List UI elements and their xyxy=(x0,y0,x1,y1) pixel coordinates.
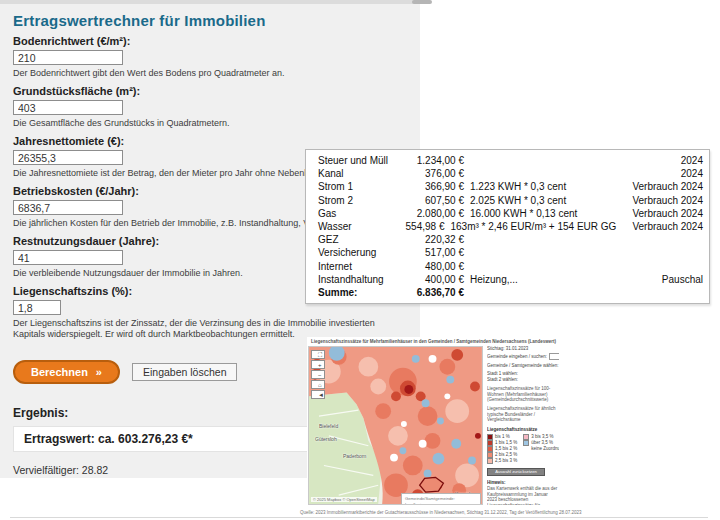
map-search-input[interactable] xyxy=(549,353,559,360)
table-row: Internet 480,00 € xyxy=(318,260,703,273)
cost-source: Pauschal xyxy=(603,273,703,286)
field-input[interactable] xyxy=(13,200,123,215)
stadt2-label[interactable]: Stadt 2 wählen: xyxy=(487,377,559,382)
map-control-button[interactable]: ⌂ xyxy=(311,380,325,389)
page-title: Ertragswertrechner für Immobilien xyxy=(13,12,412,29)
city-label: Gütersloh xyxy=(315,436,337,442)
cost-amount: 2.080,00 € xyxy=(398,207,464,220)
cost-detail xyxy=(464,154,603,167)
cost-detail xyxy=(464,233,603,246)
legend-label: 1 bis 1,5 % xyxy=(495,440,517,445)
map-title: Liegenschaftszinssätze für Mehrfamilienh… xyxy=(307,339,560,344)
table-row: Strom 1 366,90 € 1.223 KWH * 0,3 cent Ve… xyxy=(318,180,703,193)
field-help-text: Der Bodenrichtwert gibt den Wert des Bod… xyxy=(13,68,405,79)
legend-column-left: bis 1 % 1 bis 1,5 % 1,5 bis 2 % xyxy=(487,434,517,464)
legend-item: keine Zuordnung xyxy=(523,446,559,452)
cost-amount: 607,50 € xyxy=(398,194,464,207)
field-input[interactable] xyxy=(13,50,123,65)
table-row: GEZ 220,32 € xyxy=(318,233,703,246)
legend-swatch xyxy=(523,440,529,446)
map-paragraph-1: Liegenschaftszinssätze für 100- Wohnen (… xyxy=(487,386,559,402)
table-row: Strom 2 607,50 € 2.025 KWH * 0,3 cent Ve… xyxy=(318,194,703,207)
note-title: Hinweis: xyxy=(487,480,559,485)
tooltip-line: Landkreis: xyxy=(405,502,477,505)
cost-amount: 480,00 € xyxy=(398,260,464,273)
table-row: Gas 2.080,00 € 16.000 KWH * 0,13 cent Ve… xyxy=(318,207,703,220)
table-row: Versicherung 517,00 € xyxy=(318,246,703,259)
cost-detail: Heizung,... xyxy=(464,273,603,286)
legend-swatch xyxy=(487,458,493,464)
field-input[interactable] xyxy=(13,250,123,265)
cost-name: Gas xyxy=(318,207,398,220)
cost-name: Kanal xyxy=(318,167,398,180)
cost-amount: 366,90 € xyxy=(398,180,464,193)
choropleth-map[interactable]: ⛶ + − ⌂ ◄ Bielefeld Gütersloh Paderb xyxy=(308,346,483,505)
operating-costs-table: Steuer und Müll 1.234,00 € 2024 Kanal 37… xyxy=(305,149,710,304)
field-input[interactable] xyxy=(13,150,123,165)
table-row: Steuer und Müll 1.234,00 € 2024 xyxy=(318,154,703,167)
clear-inputs-button[interactable]: Eingaben löschen xyxy=(132,363,237,381)
legend-title: Liegenschaftszinssätze xyxy=(487,427,559,432)
legend-label: 3 bis 3,5 % xyxy=(531,434,553,439)
map-search-label: Gemeinde eingeben / suchen: xyxy=(487,354,547,359)
cost-source xyxy=(603,246,703,259)
field-input[interactable] xyxy=(13,300,61,315)
cost-source: Verbrauch 2024 xyxy=(603,207,703,220)
legend-label: bis 1 % xyxy=(495,434,510,439)
map-date-line: Stichtag: 31.01.2023 xyxy=(487,346,559,351)
map-reset-button[interactable]: Auswahl zurücksetzen xyxy=(487,468,545,476)
map-control-button[interactable]: ◄ xyxy=(311,390,325,399)
total-label: Summe: xyxy=(318,286,398,299)
form-field-group: Grundstücksfläche (m²): Die Gesamtfläche… xyxy=(13,85,412,129)
map-control-button[interactable]: + xyxy=(311,360,325,369)
double-arrow-icon: » xyxy=(96,366,102,378)
bottom-divider xyxy=(10,517,708,518)
table-row: Kanal 376,00 € 2024 xyxy=(318,167,703,180)
map-attribution: © 2025 Mapbox © OpenStreetMap xyxy=(311,497,377,502)
cost-detail xyxy=(464,246,603,259)
field-label: Bodenrichtwert (€/m²): xyxy=(13,35,412,47)
legend-column-right: 3 bis 3,5 % über 3,5 % keine Zuordnung xyxy=(523,434,559,464)
cost-detail xyxy=(464,260,603,273)
city-label: Bielefeld xyxy=(319,423,338,429)
map-figure: Liegenschaftszinssätze für Mehrfamilienh… xyxy=(307,337,560,508)
table-row: Wasser 554,98 € 163m³ * 2,46 EUR/m³ + 15… xyxy=(318,220,703,233)
cost-source: Verbrauch 2024 xyxy=(603,180,703,193)
field-label: Grundstücksfläche (m²): xyxy=(13,85,412,97)
cost-detail: 16.000 KWH * 0,13 cent xyxy=(464,207,603,220)
map-paragraph-2: Liegenschaftszinssätze für ähnlich typis… xyxy=(487,406,559,422)
field-input[interactable] xyxy=(13,100,123,115)
total-source xyxy=(603,286,703,299)
map-select-label: Gemeinde / Samtgemeinde wählen: xyxy=(487,363,559,368)
legend-label: keine Zuordnung xyxy=(531,446,559,451)
cost-detail: 2.025 KWH * 0,3 cent xyxy=(464,194,603,207)
cost-name: GEZ xyxy=(318,233,398,246)
map-legend: bis 1 % 1 bis 1,5 % 1,5 bis 2 % xyxy=(487,434,559,464)
cost-source: 2024 xyxy=(603,154,703,167)
cost-detail xyxy=(464,167,603,180)
map-control-button[interactable]: ⛶ xyxy=(311,350,325,359)
cost-source xyxy=(603,233,703,246)
calculate-button[interactable]: Berechnen» xyxy=(13,360,120,384)
map-caption: Quelle: 2023 Immobilienmarktberichte der… xyxy=(300,510,570,515)
map-control-button[interactable]: − xyxy=(311,370,325,379)
table-row: Instandhaltung 400,00 € Heizung,... Paus… xyxy=(318,273,703,286)
cost-detail: 1.223 KWH * 0,3 cent xyxy=(464,180,603,193)
table-total-row: Summe: 6.836,70 € xyxy=(318,286,703,299)
cost-name: Steuer und Müll xyxy=(318,154,398,167)
note-text: Das Kartenwerk enthält die aus der Kaufp… xyxy=(487,486,559,505)
legend-label: 1,5 bis 2 % xyxy=(495,446,517,451)
page: Ertragswertrechner für Immobilien Bodenr… xyxy=(0,0,720,520)
total-detail xyxy=(464,286,603,299)
cost-detail: 163m³ * 2,46 EUR/m³ + 154 EUR GG xyxy=(444,220,616,233)
cost-amount: 554,98 € xyxy=(387,220,444,233)
city-label: Paderborn xyxy=(343,453,366,459)
cost-name: Strom 1 xyxy=(318,180,398,193)
cost-source: Verbrauch 2024 xyxy=(603,194,703,207)
legend-label: 2,5 bis 3 % xyxy=(495,458,517,463)
total-amount: 6.836,70 € xyxy=(398,286,464,299)
cost-name: Instandhaltung xyxy=(318,273,398,286)
form-field-group: Bodenrichtwert (€/m²): Der Bodenrichtwer… xyxy=(13,35,412,79)
map-tooltip: Gemeinde/Samtgemeinde: Landkreis: Liegen… xyxy=(401,493,481,505)
cost-source: 2024 xyxy=(603,167,703,180)
